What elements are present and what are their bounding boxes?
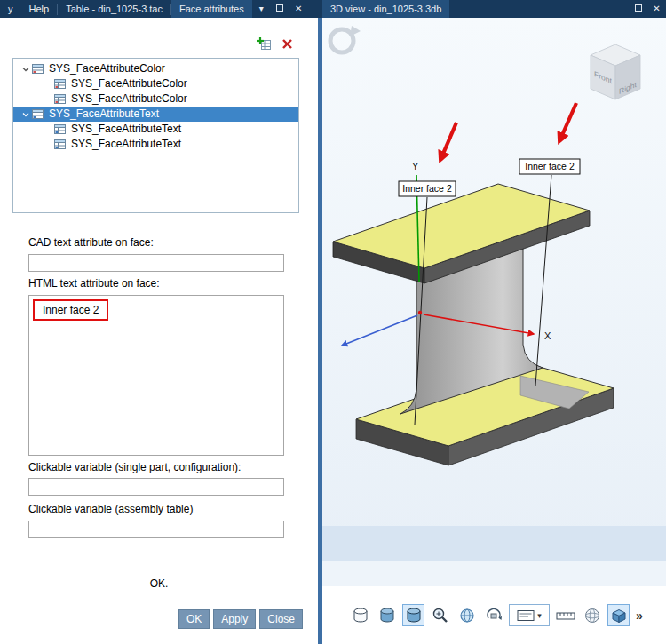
tree-item-color-child[interactable]: SYS_FaceAttributeColor bbox=[13, 91, 298, 107]
chevron-down-icon[interactable] bbox=[19, 62, 32, 76]
tree-item-color-child[interactable]: SYS_FaceAttributeColor bbox=[13, 76, 298, 91]
background-band-light bbox=[322, 561, 666, 586]
view-3d-panel: Front Right bbox=[322, 18, 666, 644]
toolbar-overflow-button[interactable]: » bbox=[634, 608, 643, 623]
viewport-3d[interactable]: Front Right bbox=[322, 18, 666, 586]
rotate-view-icon[interactable] bbox=[482, 604, 504, 626]
face-attributes-panel: SYS_FaceAttributeColor SYS_FaceAttribute… bbox=[0, 18, 318, 644]
tree-item-label: SYS_FaceAttributeText bbox=[49, 107, 159, 122]
view-close-button[interactable]: ✕ bbox=[647, 0, 666, 18]
tree-item-label: SYS_FaceAttributeText bbox=[71, 137, 181, 152]
tree-item-text-parent-selected[interactable]: SYS_FaceAttributeText bbox=[13, 107, 298, 122]
tree-item-text-child[interactable]: SYS_FaceAttributeText bbox=[13, 122, 298, 137]
solid-box-icon[interactable] bbox=[607, 604, 630, 626]
tree-item-label: SYS_FaceAttributeColor bbox=[71, 76, 187, 91]
pan-globe-icon[interactable] bbox=[456, 604, 478, 626]
status-text: OK. bbox=[0, 577, 318, 590]
face-label-left[interactable]: Inner face 2 bbox=[399, 181, 456, 196]
wireframe-sphere-icon[interactable] bbox=[581, 604, 603, 626]
attribute-icon bbox=[54, 93, 67, 106]
tree-item-label: SYS_FaceAttributeColor bbox=[71, 91, 187, 107]
clickable-single-label: Clickable variable (single part, configu… bbox=[28, 461, 241, 473]
face-label-dropdown[interactable]: ▾ bbox=[509, 604, 550, 626]
html-text-label: HTML text attribute on face: bbox=[28, 277, 160, 290]
panel-close-button[interactable]: ✕ bbox=[289, 0, 308, 18]
panel-menu-caret-icon[interactable]: ▾ bbox=[252, 0, 271, 18]
x-axis-label: X bbox=[544, 330, 551, 341]
tab-face-attributes[interactable]: Face attributes bbox=[171, 0, 252, 18]
zoom-icon[interactable] bbox=[429, 604, 451, 626]
clickable-assembly-label: Clickable variable (assembly table) bbox=[28, 503, 193, 515]
background-band bbox=[322, 526, 666, 561]
attribute-icon bbox=[32, 63, 45, 76]
ruler-icon[interactable] bbox=[554, 604, 576, 626]
view-title-bar: 3D view - din_1025-3.3db ✕ bbox=[322, 0, 666, 18]
cad-text-label: CAD text attribute on face: bbox=[28, 236, 154, 249]
add-attribute-button[interactable] bbox=[257, 36, 272, 52]
tree-item-label: SYS_FaceAttributeText bbox=[71, 122, 181, 137]
app-window: y Help Table - din_1025-3.tac Face attri… bbox=[0, 0, 666, 644]
tab-3d-view[interactable]: 3D view - din_1025-3.3db bbox=[322, 0, 449, 18]
attribute-tree: SYS_FaceAttributeColor SYS_FaceAttribute… bbox=[12, 58, 299, 213]
tree-item-text-child[interactable]: SYS_FaceAttributeText bbox=[13, 137, 298, 152]
close-button[interactable]: Close bbox=[259, 609, 303, 629]
tree-item-label: SYS_FaceAttributeColor bbox=[49, 61, 165, 76]
tree-item-color-parent[interactable]: SYS_FaceAttributeColor bbox=[13, 61, 298, 76]
cylinder-shaded-edges-icon[interactable] bbox=[402, 604, 424, 626]
chevron-down-icon[interactable] bbox=[19, 107, 32, 121]
title-bar: y Help Table - din_1025-3.tac Face attri… bbox=[0, 0, 666, 18]
face-label-icon bbox=[517, 608, 535, 623]
panel-maximize-button[interactable] bbox=[271, 0, 289, 18]
y-axis-label: Y bbox=[412, 161, 419, 171]
clickable-single-input[interactable] bbox=[28, 478, 284, 496]
cad-text-input[interactable] bbox=[28, 254, 284, 272]
face-label-right[interactable]: Inner face 2 bbox=[519, 159, 580, 174]
view-maximize-button[interactable] bbox=[629, 0, 647, 18]
attribute-icon bbox=[32, 108, 45, 121]
attribute-icon bbox=[54, 139, 67, 151]
ok-button[interactable]: OK bbox=[178, 609, 210, 629]
cylinder-outline-icon[interactable] bbox=[349, 604, 371, 626]
face-label-right-text[interactable]: Inner face 2 bbox=[525, 161, 575, 171]
menu-item-partial[interactable]: y bbox=[0, 0, 21, 18]
view-toolbar: ▾ » bbox=[322, 586, 666, 644]
face-label-left-text[interactable]: Inner face 2 bbox=[402, 183, 452, 194]
clickable-assembly-input[interactable] bbox=[28, 521, 284, 538]
view-cube[interactable]: Front Right bbox=[591, 44, 640, 99]
maximize-icon bbox=[276, 4, 283, 12]
menu-item-help[interactable]: Help bbox=[21, 0, 58, 18]
panel-splitter[interactable] bbox=[318, 18, 322, 644]
attribute-icon bbox=[54, 78, 67, 91]
dialog-buttons: OK Apply Close bbox=[178, 609, 303, 629]
maximize-icon bbox=[635, 4, 642, 12]
tab-table[interactable]: Table - din_1025-3.tac bbox=[58, 0, 170, 18]
attribute-icon bbox=[54, 123, 67, 136]
panel-toolbar bbox=[257, 36, 295, 52]
origin-marker bbox=[418, 311, 422, 314]
apply-button[interactable]: Apply bbox=[213, 609, 256, 629]
add-table-icon bbox=[257, 36, 272, 52]
html-text-value-highlight: Inner face 2 bbox=[33, 299, 108, 321]
delete-x-icon bbox=[281, 38, 293, 50]
html-text-area[interactable]: Inner face 2 bbox=[28, 295, 284, 456]
chevron-down-icon: ▾ bbox=[537, 611, 542, 620]
cylinder-shaded-icon[interactable] bbox=[376, 604, 398, 626]
delete-attribute-button[interactable] bbox=[280, 36, 295, 52]
